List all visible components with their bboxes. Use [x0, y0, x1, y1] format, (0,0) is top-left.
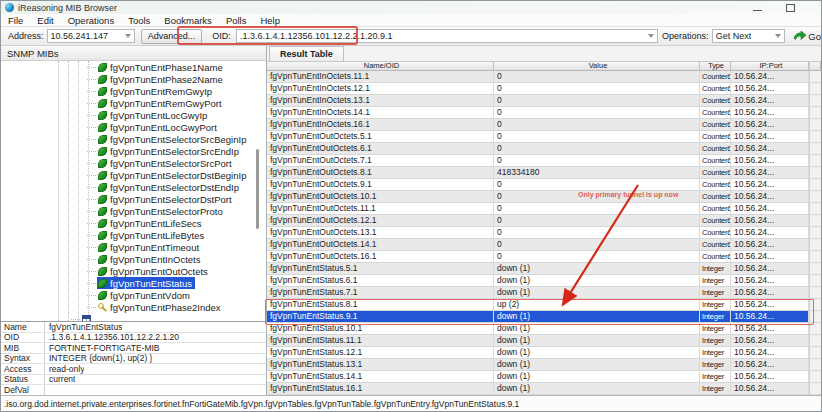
tree-item[interactable]: fgVpnTunEntOutOctets — [97, 265, 211, 277]
table-scrollbar-track[interactable] — [809, 155, 821, 166]
table-scrollbar-track[interactable] — [809, 119, 821, 130]
result-table-row[interactable]: fgVpnTunEntInOctets.16.1 0 Counter64 10.… — [267, 119, 821, 131]
result-table-row[interactable]: fgVpnTunEntOutOctets.14.1 0 Counter64 10… — [267, 239, 821, 251]
tree-item[interactable]: fgVpnTunEntPhase2Index — [97, 301, 224, 313]
result-table-row[interactable]: fgVpnTunEntOutOctets.8.1 418334180 Count… — [267, 167, 821, 179]
table-scrollbar-track[interactable] — [809, 263, 821, 274]
tree-item[interactable]: fgVpnTunEntPhase1Name — [97, 61, 226, 73]
snmp-mibs-panel: SNMP MIBs fgVpnTunEntPhase1Name fgVpnTun… — [1, 46, 267, 395]
tree-scrollbar-thumb[interactable] — [256, 149, 259, 229]
table-scrollbar-track[interactable] — [809, 239, 821, 250]
table-scrollbar-track[interactable] — [809, 71, 821, 82]
cell-ip-port: 10.56.24... — [731, 119, 809, 130]
table-scrollbar-track[interactable] — [809, 191, 821, 202]
tree-item[interactable]: fgVpnTunEntVdom — [97, 289, 193, 301]
table-scrollbar-track[interactable] — [809, 251, 821, 262]
tree-item[interactable]: fgVpnTunEntSelectorDstBeginIp — [97, 169, 249, 181]
result-table-tab[interactable]: Result Table — [269, 46, 344, 61]
menu-item[interactable]: Polls — [219, 15, 254, 26]
table-scrollbar-track[interactable] — [809, 215, 821, 226]
table-scrollbar-track[interactable] — [809, 275, 821, 286]
result-table-row[interactable]: fgVpnTunEntOutOctets.10.1 0 Counter64 10… — [267, 191, 821, 203]
result-table-row[interactable]: fgVpnTunEntStatus.7.1 down (1) Integer 1… — [267, 287, 821, 299]
tree-item[interactable]: fgVpnTunEntRemGwyIp — [97, 85, 215, 97]
result-table-row[interactable]: fgVpnTunEntStatus.10.1 down (1) Integer … — [267, 323, 821, 335]
tree-item[interactable]: fgVpnTunEntTimeout — [97, 241, 202, 253]
table-scrollbar-track[interactable] — [809, 227, 821, 238]
result-table-row[interactable]: fgVpnTunEntStatus.5.1 down (1) Integer 1… — [267, 263, 821, 275]
table-scrollbar-track[interactable] — [809, 107, 821, 118]
table-scrollbar-track[interactable] — [809, 311, 821, 322]
column-header-name-oid[interactable]: Name/OID — [267, 62, 494, 71]
result-table-row[interactable]: fgVpnTunEntStatus.13.1 down (1) Integer … — [267, 359, 821, 371]
tree-item[interactable]: fgVpnTunEntLocGwyIp — [97, 109, 210, 121]
result-table-row[interactable]: fgVpnTunEntStatus.16.1 down (1) Integer … — [267, 383, 821, 395]
tree-item-label: fgVpnTunEntOutOctets — [110, 266, 208, 277]
table-scrollbar-track[interactable] — [809, 203, 821, 214]
menu-item[interactable]: Bookmarks — [157, 15, 219, 26]
tree-item[interactable]: fgVpnTunEntSelectorDstPort — [97, 193, 235, 205]
result-table-row[interactable]: fgVpnTunEntOutOctets.12.1 0 Counter64 10… — [267, 215, 821, 227]
result-table-row[interactable]: fgVpnTunEntInOctets.13.1 0 Counter64 10.… — [267, 95, 821, 107]
result-table-row[interactable]: fgVpnTunEntStatus.9.1 down (1) Integer 1… — [267, 311, 821, 323]
column-header-value[interactable]: Value — [494, 62, 700, 71]
menu-item[interactable]: Operations — [61, 15, 121, 26]
result-table-row[interactable]: fgVpnTunEntOutOctets.7.1 0 Counter64 10.… — [267, 155, 821, 167]
tree-item[interactable] — [81, 313, 97, 321]
table-scrollbar-track[interactable] — [809, 371, 821, 382]
table-scrollbar-track[interactable] — [809, 323, 821, 334]
tree-item[interactable]: fgVpnTunEntLifeSecs — [97, 217, 205, 229]
result-table-row[interactable]: fgVpnTunEntOutOctets.6.1 0 Counter64 10.… — [267, 143, 821, 155]
tree-item[interactable]: fgVpnTunEntRemGwyPort — [97, 97, 225, 109]
result-table-row[interactable]: fgVpnTunEntStatus.8.1 up (2) Integer 10.… — [267, 299, 821, 311]
table-scrollbar-track[interactable] — [809, 299, 821, 310]
tree-item[interactable]: fgVpnTunEntSelectorSrcBeginIp — [97, 133, 249, 145]
tree-item[interactable]: fgVpnTunEntLocGwyPort — [97, 121, 220, 133]
table-scrollbar-track[interactable] — [809, 143, 821, 154]
tree-item[interactable]: fgVpnTunEntSelectorSrcEndIp — [97, 145, 242, 157]
result-table-row[interactable]: fgVpnTunEntInOctets.11.1 0 Counter64 10.… — [267, 71, 821, 83]
tree-item[interactable]: fgVpnTunEntSelectorProto — [97, 205, 226, 217]
table-scrollbar-track[interactable] — [809, 131, 821, 142]
tree-item[interactable]: fgVpnTunEntInOctets — [97, 253, 203, 265]
maximize-button[interactable] — [786, 4, 795, 12]
column-header-type[interactable]: Type — [700, 62, 731, 71]
address-combo[interactable]: 10.56.241.147 — [47, 29, 135, 43]
column-header-ip-port[interactable]: IP:Port — [731, 62, 809, 71]
result-table-row[interactable]: fgVpnTunEntOutOctets.13.1 0 Counter64 10… — [267, 227, 821, 239]
table-scrollbar-track[interactable] — [809, 335, 821, 346]
table-scrollbar-track[interactable] — [809, 359, 821, 370]
result-table-row[interactable]: fgVpnTunEntStatus.12.1 down (1) Integer … — [267, 347, 821, 359]
minimize-button[interactable] — [753, 4, 762, 11]
operations-combo[interactable]: Get Next — [712, 29, 786, 43]
table-scrollbar-track[interactable] — [809, 83, 821, 94]
tree-item[interactable]: fgVpnTunEntSelectorSrcPort — [97, 157, 235, 169]
table-scrollbar-track[interactable] — [809, 179, 821, 190]
table-scrollbar-track[interactable] — [809, 167, 821, 178]
result-table-row[interactable]: fgVpnTunEntOutOctets.11.1 0 Counter64 10… — [267, 203, 821, 215]
tree-item[interactable]: fgVpnTunEntPhase2Name — [97, 73, 226, 85]
menu-item[interactable]: File — [1, 15, 30, 26]
result-table-row[interactable]: fgVpnTunEntOutOctets.5.1 0 Counter64 10.… — [267, 131, 821, 143]
table-scrollbar[interactable] — [809, 62, 821, 71]
result-table-row[interactable]: fgVpnTunEntStatus.11.1 down (1) Integer … — [267, 335, 821, 347]
menu-item[interactable]: Tools — [121, 15, 157, 26]
result-table-row[interactable]: fgVpnTunEntStatus.6.1 down (1) Integer 1… — [267, 275, 821, 287]
advanced-button[interactable]: Advanced... — [141, 29, 203, 44]
menu-item[interactable]: Edit — [30, 15, 60, 26]
go-button[interactable]: Go — [793, 31, 821, 42]
oid-input[interactable]: .1.3.6.1.4.1.12356.101.12.2.2.1.20.9.1 — [236, 29, 658, 43]
table-scrollbar-track[interactable] — [809, 383, 821, 394]
result-table-row[interactable]: fgVpnTunEntOutOctets.9.1 0 Counter64 10.… — [267, 179, 821, 191]
result-table-row[interactable]: fgVpnTunEntStatus.14.1 down (1) Integer … — [267, 371, 821, 383]
result-table-row[interactable]: fgVpnTunEntOutOctets.16.1 0 Counter64 10… — [267, 251, 821, 263]
tree-item[interactable]: fgVpnTunEntLifeBytes — [97, 229, 207, 241]
result-table-row[interactable]: fgVpnTunEntInOctets.12.1 0 Counter64 10.… — [267, 83, 821, 95]
table-scrollbar-track[interactable] — [809, 347, 821, 358]
tree-item[interactable]: fgVpnTunEntStatus — [97, 277, 195, 289]
result-table-row[interactable]: fgVpnTunEntInOctets.14.1 0 Counter64 10.… — [267, 107, 821, 119]
menu-item[interactable]: Help — [253, 15, 287, 26]
table-scrollbar-track[interactable] — [809, 287, 821, 298]
tree-item[interactable]: fgVpnTunEntSelectorDstEndIp — [97, 181, 242, 193]
table-scrollbar-track[interactable] — [809, 95, 821, 106]
